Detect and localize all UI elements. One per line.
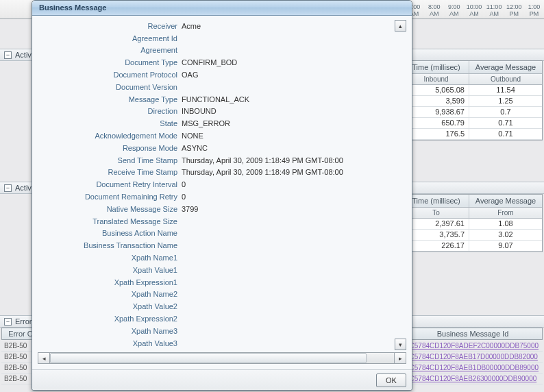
business-message-id-link[interactable]: 8C5784CD120F8AEB17D00000DDB82000 <box>403 352 543 363</box>
detail-label: Xpath Value3 <box>38 339 182 347</box>
detail-label: Direction <box>38 107 182 115</box>
ok-button[interactable]: OK <box>376 373 406 387</box>
scrollbar-thumb[interactable] <box>50 353 367 363</box>
detail-row: Document ProtocolOAG <box>38 69 393 81</box>
detail-value: ASYNC <box>182 144 393 152</box>
col-subheader[interactable]: Inbound <box>404 74 469 84</box>
detail-value: OAG <box>182 71 393 79</box>
detail-row: Xpath Value3 <box>38 337 393 350</box>
horizontal-scrollbar[interactable]: ◂ ▸ <box>38 352 406 364</box>
detail-value: CONFIRM_BOD <box>182 58 393 66</box>
section-title: Error <box>15 317 32 326</box>
collapse-icon[interactable]: − <box>4 184 12 192</box>
detail-row: Xpath Name1 <box>38 252 393 264</box>
detail-label: Receive Time Stamp <box>38 168 182 176</box>
table-row: 2,397.611.08 <box>404 219 542 230</box>
col-subheader[interactable]: From <box>469 208 542 218</box>
col-header[interactable]: Average Message <box>469 61 542 73</box>
time-slot: 12:00PM <box>504 3 524 19</box>
table-row: 650.790.71 <box>404 118 542 129</box>
section-title: Activ <box>15 51 32 59</box>
detail-row: Xpath Expression2 <box>38 313 393 325</box>
detail-row: Document Version <box>38 81 393 93</box>
scrollbar-track[interactable] <box>50 353 394 363</box>
col-subheader[interactable]: Outbound <box>469 74 542 84</box>
detail-row: Xpath Expression1 <box>38 276 393 289</box>
detail-label: Translated Message Size <box>38 217 182 225</box>
business-message-id-list: 8C5784CD120F8ADEF2C00000DDB75000 8C5784C… <box>403 341 543 384</box>
detail-row: Business Transaction Name <box>38 239 393 252</box>
detail-value: 0 <box>182 193 393 201</box>
detail-value: 3799 <box>182 205 393 213</box>
detail-row: Native Message Size3799 <box>38 203 393 215</box>
detail-label: Document Retry Interval <box>38 180 182 188</box>
table-row: 9,938.670.7 <box>404 107 542 118</box>
detail-label: Xpath Value1 <box>38 266 182 274</box>
col-header[interactable]: Average Message <box>469 195 542 207</box>
detail-row: StateMSG_ERROR <box>38 117 393 130</box>
business-message-id-link[interactable]: 8C5784CD120F8AEB26300000DDB90000 <box>403 373 543 384</box>
detail-value: Thursday, April 30, 2009 1:18:49 PM GMT-… <box>182 156 393 164</box>
time-slot: 10:00AM <box>464 3 484 19</box>
scroll-down-button[interactable]: ▾ <box>395 339 406 350</box>
table-row: 3,735.73.02 <box>404 230 542 241</box>
detail-row: Document Retry Interval0 <box>38 178 393 191</box>
detail-row: Xpath Name3 <box>38 325 393 337</box>
collapse-icon[interactable]: − <box>4 318 12 326</box>
detail-row: Agreement Id <box>38 32 393 45</box>
detail-label: Xpath Name3 <box>38 327 182 335</box>
detail-label: Receiver <box>38 22 182 30</box>
dialog-body: ReceiverAcmeAgreement IdAgreementDocumen… <box>32 16 412 369</box>
detail-label: Xpath Name2 <box>38 290 182 298</box>
detail-label: Acknowledgement Mode <box>38 132 182 140</box>
time-slot: 8:00AM <box>424 3 444 19</box>
dialog-footer: OK <box>32 369 412 390</box>
detail-value: 0 <box>182 180 393 188</box>
table-row: 176.50.71 <box>404 129 542 140</box>
detail-label: Agreement <box>38 46 182 54</box>
detail-label: Xpath Name1 <box>38 254 182 262</box>
detail-label: Xpath Expression1 <box>38 278 182 286</box>
section-title: Activ <box>15 184 32 192</box>
detail-row: Document Remaining Retry0 <box>38 191 393 203</box>
detail-label: Business Transaction Name <box>38 241 182 249</box>
detail-row: Translated Message Size <box>38 215 393 228</box>
col-header[interactable]: Time (millisec) <box>404 61 469 73</box>
detail-row: Document TypeCONFIRM_BOD <box>38 56 393 69</box>
scroll-left-button[interactable]: ◂ <box>38 353 50 363</box>
col-header-business-message-id[interactable]: Business Message Id <box>403 328 543 340</box>
collapse-icon[interactable]: − <box>4 51 12 59</box>
detail-row: DirectionINBOUND <box>38 106 393 118</box>
table-row: 3,5991.25 <box>404 96 542 107</box>
col-subheader[interactable]: To <box>404 208 469 218</box>
detail-row: ReceiverAcme <box>38 20 393 32</box>
detail-row: Send Time StampThursday, April 30, 2009 … <box>38 154 393 167</box>
detail-row: Receive Time StampThursday, April 30, 20… <box>38 167 393 179</box>
detail-label: Send Time Stamp <box>38 156 182 164</box>
detail-label: Message Type <box>38 95 182 103</box>
detail-row: Message TypeFUNCTIONAL_ACK <box>38 93 393 106</box>
time-slot: 1:00PM <box>524 3 544 19</box>
detail-row: Acknowledgement ModeNONE <box>38 130 393 142</box>
detail-row: Xpath Value1 <box>38 264 393 276</box>
scroll-right-button[interactable]: ▸ <box>394 353 406 363</box>
business-message-id-link[interactable]: 8C5784CD120F8AEB1DB00000DDB89000 <box>403 363 543 373</box>
time-slot: 11:00AM <box>484 3 504 19</box>
detail-label: Xpath Expression2 <box>38 315 182 323</box>
detail-row: Xpath Expression3 <box>38 350 393 350</box>
table-row: 5,065.0811.54 <box>404 85 542 96</box>
detail-label: Business Action Name <box>38 229 182 237</box>
dialog-title: Business Message <box>32 1 412 16</box>
col-header[interactable]: Time (millisec) <box>404 195 469 207</box>
business-message-id-link[interactable]: 8C5784CD120F8ADEF2C00000DDB75000 <box>403 341 543 352</box>
detail-value: FUNCTIONAL_ACK <box>182 95 393 103</box>
detail-label: Response Mode <box>38 144 182 152</box>
detail-list: ReceiverAcmeAgreement IdAgreementDocumen… <box>38 20 393 350</box>
stats-table-2: Time (millisec)Average Message ToFrom 2,… <box>403 194 543 252</box>
detail-label: Document Type <box>38 58 182 66</box>
table-row: 226.179.07 <box>404 241 542 252</box>
business-message-dialog: Business Message ReceiverAcmeAgreement I… <box>32 0 412 391</box>
scroll-up-button[interactable]: ▴ <box>395 20 406 32</box>
detail-label: State <box>38 119 182 127</box>
stats-table-1: Time (millisec)Average Message InboundOu… <box>403 60 543 140</box>
